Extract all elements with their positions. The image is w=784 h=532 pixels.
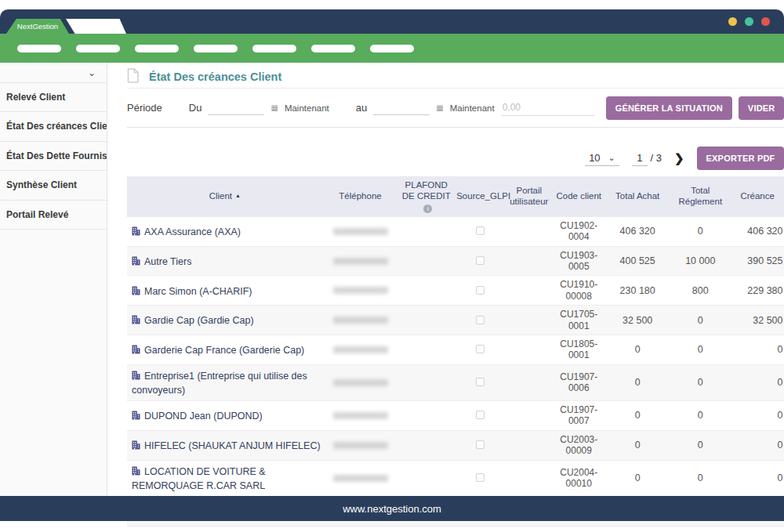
calendar-icon[interactable]: ▦: [270, 103, 278, 112]
clear-button[interactable]: VIDER: [739, 96, 784, 120]
sidebar-item[interactable]: Synthèse Client: [0, 171, 107, 200]
current-page-input[interactable]: 1: [632, 150, 648, 166]
total-empty-cell: [553, 526, 605, 532]
nav-pill-button[interactable]: [17, 45, 61, 52]
chevron-down-icon: ⌄: [88, 68, 96, 78]
code-client-cell: CU1907-0007: [553, 401, 605, 431]
total-achat-value: 0: [605, 401, 670, 431]
source-glpi-checkbox[interactable]: [476, 345, 485, 353]
navbar: [0, 34, 784, 63]
page-size-select[interactable]: 10 ⌄: [585, 150, 619, 166]
client-cell[interactable]: HIFELEC (SHAUKAT ANJUM HIFELEC): [127, 430, 323, 460]
client-name[interactable]: LOCATION DE VOITURE & REMORQUAGE R.CAR S…: [132, 466, 266, 492]
client-cell[interactable]: Gardie Cap (Gardie Cap): [127, 306, 323, 335]
sort-asc-icon: ▲: [235, 193, 241, 198]
source-glpi-checkbox[interactable]: [476, 286, 485, 295]
client-cell[interactable]: LOCATION DE VOITURE & REMORQUAGE R.CAR S…: [127, 460, 323, 496]
source-glpi-cell: [455, 217, 505, 246]
traffic-light[interactable]: [761, 17, 770, 26]
table-row[interactable]: Entreprise1 (Entreprise qui utilise des …: [127, 364, 784, 400]
source-glpi-checkbox[interactable]: [476, 226, 485, 235]
sidebar-item[interactable]: État Des Dette Fournis…: [0, 142, 107, 171]
traffic-light[interactable]: [745, 17, 753, 26]
column-header-label: Téléphone: [339, 191, 381, 201]
client-name[interactable]: Gardie Cap (Gardie Cap): [144, 315, 254, 326]
source-glpi-checkbox[interactable]: [476, 411, 485, 419]
nav-pill-button[interactable]: [135, 45, 179, 52]
client-name[interactable]: Garderie Cap France (Garderie Cap): [144, 345, 304, 356]
column-header[interactable]: Total Achat: [605, 176, 670, 217]
app-tab[interactable]: NextGestion: [6, 19, 69, 34]
sidebar-item[interactable]: État Des créances Client: [0, 112, 107, 141]
source-glpi-cell: [455, 335, 505, 365]
sidebar-dropdown[interactable]: ⌄: [0, 63, 107, 83]
column-header[interactable]: Créance: [731, 176, 784, 217]
sidebar-item[interactable]: Relevé Client: [0, 83, 107, 112]
column-header[interactable]: PLAFOND DE CREDITi: [397, 176, 455, 217]
column-header[interactable]: Client▲: [127, 176, 323, 217]
code-client-cell: CU2004-00010: [553, 460, 605, 496]
total-achat-value: 0: [605, 460, 670, 496]
source-glpi-checkbox[interactable]: [476, 440, 485, 449]
column-header[interactable]: Total Réglement: [670, 176, 731, 217]
page-size-value: 10: [589, 152, 600, 164]
table-row[interactable]: Gardie Cap (Gardie Cap)CU1705-000132 500…: [127, 306, 784, 335]
creance-value: 0: [731, 335, 784, 365]
client-name[interactable]: Autre Tiers: [144, 256, 191, 267]
source-glpi-cell: [455, 306, 505, 335]
client-cell[interactable]: Garderie Cap France (Garderie Cap): [127, 335, 323, 365]
source-glpi-checkbox[interactable]: [476, 316, 485, 324]
building-icon: [132, 315, 140, 324]
code-client-cell: CU2003-00009: [553, 430, 605, 460]
table-row[interactable]: Garderie Cap France (Garderie Cap)CU1805…: [127, 335, 784, 365]
client-cell[interactable]: Entreprise1 (Entreprise qui utilise des …: [127, 364, 323, 400]
secondary-tab[interactable]: [66, 19, 126, 34]
nav-pill-button[interactable]: [194, 45, 238, 52]
total-reglement-value: 0: [670, 401, 731, 431]
nav-pill-button[interactable]: [76, 45, 120, 52]
column-header[interactable]: Téléphone: [323, 176, 398, 217]
table-row[interactable]: DUPOND Jean (DUPOND)CU1907-0007000: [127, 401, 784, 431]
traffic-light[interactable]: [728, 17, 737, 26]
next-page-button[interactable]: ❯: [674, 151, 684, 165]
client-name[interactable]: DUPOND Jean (DUPOND): [144, 411, 263, 422]
client-name[interactable]: Marc Simon (A-CHARIF): [144, 286, 252, 297]
client-cell[interactable]: Marc Simon (A-CHARIF): [127, 276, 323, 306]
generate-situation-button[interactable]: GÉNÉRER LA SITUATION: [606, 96, 732, 120]
sidebar-item[interactable]: Portail Relevé: [0, 201, 107, 230]
calendar-icon[interactable]: ▦: [436, 103, 443, 112]
plafond-credit-cell: [397, 246, 455, 276]
total-achat-value: 0: [605, 364, 670, 400]
client-name[interactable]: HIFELEC (SHAUKAT ANJUM HIFELEC): [144, 440, 321, 451]
client-cell[interactable]: DUPOND Jean (DUPOND): [127, 401, 323, 431]
column-header[interactable]: Source_GLPI: [455, 176, 505, 217]
nav-pill-button[interactable]: [370, 45, 414, 52]
table-row[interactable]: AXA Assurance (AXA)CU1902-0004406 320040…: [127, 217, 784, 246]
column-header-label: PLAFOND DE CREDIT: [402, 180, 451, 201]
export-pdf-button[interactable]: EXPORTER PDF: [697, 147, 784, 170]
creance-value: 406 320: [731, 217, 784, 246]
date-from-input[interactable]: [208, 101, 264, 115]
total-label: Total: [127, 526, 323, 532]
portail-utilisateur-cell: [506, 335, 553, 365]
amount-input[interactable]: [501, 100, 595, 116]
client-cell[interactable]: Autre Tiers: [127, 246, 323, 276]
nav-pill-button[interactable]: [252, 45, 296, 52]
table-row[interactable]: Autre TiersCU1903-0005400 52510 000390 5…: [127, 246, 784, 276]
column-header[interactable]: Portail utilisateur: [506, 176, 553, 217]
nav-pill-button[interactable]: [311, 45, 355, 52]
client-cell[interactable]: AXA Assurance (AXA): [127, 217, 323, 246]
table-row[interactable]: HIFELEC (SHAUKAT ANJUM HIFELEC)CU2003-00…: [127, 430, 784, 460]
info-icon[interactable]: i: [423, 204, 432, 213]
client-name[interactable]: AXA Assurance (AXA): [144, 226, 241, 237]
table-row[interactable]: Marc Simon (A-CHARIF)CU1910-00008230 180…: [127, 276, 784, 306]
column-header[interactable]: Code client: [553, 176, 605, 217]
source-glpi-checkbox[interactable]: [476, 256, 485, 265]
client-name[interactable]: Entreprise1 (Entreprise qui utilise des …: [132, 371, 307, 396]
plafond-credit-cell: [397, 364, 455, 400]
source-glpi-checkbox[interactable]: [476, 473, 485, 482]
table-row[interactable]: LOCATION DE VOITURE & REMORQUAGE R.CAR S…: [127, 460, 784, 496]
source-glpi-checkbox[interactable]: [476, 378, 485, 386]
date-to-input[interactable]: [373, 101, 430, 115]
plafond-credit-cell: [397, 217, 455, 246]
